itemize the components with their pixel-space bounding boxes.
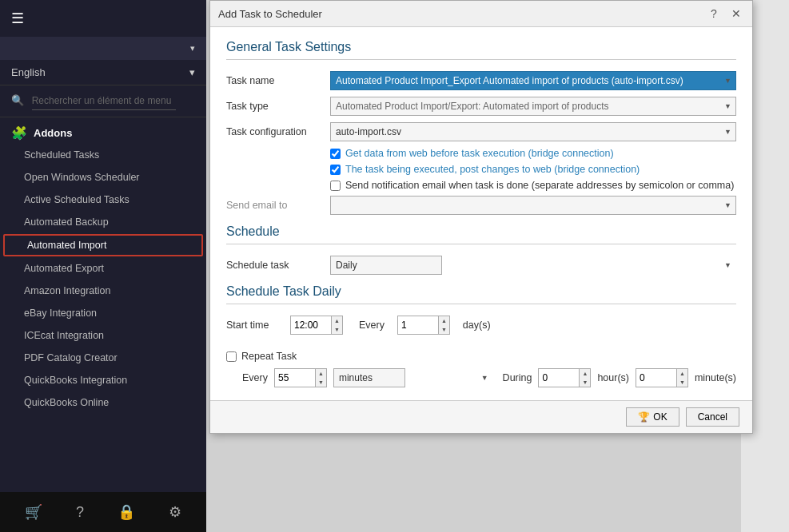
settings-icon[interactable]: ⚙ xyxy=(169,503,181,521)
sidebar-menu: Scheduled Tasks Open Windows Scheduler A… xyxy=(0,144,206,492)
ok-label: OK xyxy=(653,411,667,423)
every2-row: Every 55 ▲ ▼ minutes hours xyxy=(242,368,736,387)
addons-label: Addons xyxy=(34,127,72,139)
sidebar-item-automated-backup[interactable]: Automated Backup xyxy=(0,211,206,233)
sidebar-item-open-windows-scheduler[interactable]: Open Windows Scheduler xyxy=(0,166,206,189)
task-type-label: Task type xyxy=(226,101,330,112)
repeat-checkbox[interactable] xyxy=(226,351,237,362)
send-email-select[interactable] xyxy=(330,196,736,215)
schedule-task-label: Schedule task xyxy=(226,260,330,271)
every-up-button[interactable]: ▲ xyxy=(439,316,449,325)
schedule-task-select[interactable]: Daily Weekly Monthly Once xyxy=(330,256,442,275)
every2-label: Every xyxy=(242,372,268,383)
task-name-wrapper: Automated Product Import_Export Automate… xyxy=(330,71,736,90)
repeat-label: Repeat Task xyxy=(241,351,297,362)
every2-input[interactable]: 55 xyxy=(275,369,315,387)
sidebar-item-automated-import[interactable]: Automated Import xyxy=(3,234,203,256)
sidebar-language[interactable]: English ▾ xyxy=(0,60,206,85)
sidebar-item-automated-export[interactable]: Automated Export xyxy=(0,257,206,280)
checkbox2-row: The task being executed, post changes to… xyxy=(330,164,736,175)
dialog-close-button[interactable]: ✕ xyxy=(728,6,744,22)
every-down-button[interactable]: ▼ xyxy=(439,325,449,334)
sidebar-search: 🔍 xyxy=(0,85,206,117)
during-down-button[interactable]: ▼ xyxy=(580,378,590,387)
hours-up-button[interactable]: ▲ xyxy=(677,369,687,378)
task-config-wrapper: auto-import.csv xyxy=(330,122,736,141)
help-icon[interactable]: ? xyxy=(76,504,84,521)
during-up-button[interactable]: ▲ xyxy=(580,369,590,378)
sidebar-item-amazon-integration[interactable]: Amazon Integration xyxy=(0,280,206,302)
dialog-overlay: Add Task to Scheduler ? ✕ General Task S… xyxy=(206,0,789,532)
dialog-title: Add Task to Scheduler xyxy=(218,8,322,20)
sidebar-header: ☰ xyxy=(0,0,206,37)
every-spinner[interactable]: 1 ▲ ▼ xyxy=(397,316,450,335)
every-spinner-btns: ▲ ▼ xyxy=(438,316,449,334)
dialog-help-button[interactable]: ? xyxy=(706,6,722,22)
start-time-up-button[interactable]: ▲ xyxy=(332,316,342,325)
sidebar-addons-section: 🧩 Addons xyxy=(0,117,206,144)
task-name-label: Task name xyxy=(226,75,330,86)
start-time-spinner[interactable]: 12:00 ▲ ▼ xyxy=(290,316,343,335)
sidebar-item-active-scheduled-tasks[interactable]: Active Scheduled Tasks xyxy=(0,189,206,211)
checkbox2-label: The task being executed, post changes to… xyxy=(345,164,640,175)
cancel-button[interactable]: Cancel xyxy=(686,407,739,427)
send-email-row: Send email to xyxy=(226,196,736,215)
during-spinner[interactable]: 0 ▲ ▼ xyxy=(538,368,591,387)
task-config-row: Task configuration auto-import.csv xyxy=(226,122,736,141)
schedule-title: Schedule xyxy=(226,224,736,244)
cancel-label: Cancel xyxy=(698,411,727,423)
sidebar-item-quickbooks-online[interactable]: QuickBooks Online xyxy=(0,391,206,414)
sidebar-footer: 🛒 ? 🔒 ⚙ xyxy=(0,492,206,532)
minutes-select[interactable]: minutes hours xyxy=(333,368,405,387)
hours-label: hour(s) xyxy=(597,372,629,383)
hours-input[interactable]: 0 xyxy=(636,369,676,387)
checkbox3[interactable] xyxy=(330,181,341,191)
every2-spinner[interactable]: 55 ▲ ▼ xyxy=(274,368,327,387)
sidebar-item-pdf-catalog-creator[interactable]: PDF Catalog Creator xyxy=(0,347,206,369)
hours-spinner[interactable]: 0 ▲ ▼ xyxy=(636,368,688,387)
addons-icon: 🧩 xyxy=(11,125,27,141)
start-time-label: Start time xyxy=(226,320,282,331)
start-time-input[interactable]: 12:00 xyxy=(291,316,331,334)
lock-icon[interactable]: 🔒 xyxy=(118,503,135,521)
every2-up-button[interactable]: ▲ xyxy=(316,369,326,378)
repeat-row: Repeat Task xyxy=(226,351,736,362)
days-label: day(s) xyxy=(463,320,491,331)
hamburger-icon[interactable]: ☰ xyxy=(11,10,24,27)
task-type-row: Task type Automated Product Import/Expor… xyxy=(226,97,736,116)
checkbox1[interactable] xyxy=(330,149,341,159)
sidebar-item-quickbooks-integration[interactable]: QuickBooks Integration xyxy=(0,369,206,391)
dialog-controls: ? ✕ xyxy=(706,6,744,22)
task-name-select[interactable]: Automated Product Import_Export Automate… xyxy=(330,71,736,90)
dialog-titlebar: Add Task to Scheduler ? ✕ xyxy=(210,1,752,27)
hours-down-button[interactable]: ▼ xyxy=(677,378,687,387)
repeat-section: Repeat Task Every 55 ▲ ▼ xyxy=(226,351,736,387)
sidebar-item-scheduled-tasks[interactable]: Scheduled Tasks xyxy=(0,144,206,166)
task-config-label: Task configuration xyxy=(226,126,330,137)
checkbox1-row: Get data from web before task execution … xyxy=(330,148,736,159)
sidebar-item-ebay-integration[interactable]: eBay Integration xyxy=(0,302,206,324)
every-input[interactable]: 1 xyxy=(398,316,438,334)
dialog-body: General Task Settings Task name Automate… xyxy=(210,27,752,400)
sidebar-item-icecat-integration[interactable]: ICEcat Integration xyxy=(0,324,206,347)
cart-icon[interactable]: 🛒 xyxy=(25,503,42,521)
minutes2-label: minute(s) xyxy=(695,372,736,383)
every2-down-button[interactable]: ▼ xyxy=(316,378,326,387)
checkbox1-label: Get data from web before task execution … xyxy=(345,148,614,159)
hours-spinner-btns: ▲ ▼ xyxy=(676,369,687,387)
task-type-select[interactable]: Automated Product Import/Export: Automat… xyxy=(330,97,736,116)
search-input[interactable] xyxy=(32,92,176,110)
during-spinner-btns: ▲ ▼ xyxy=(579,369,590,387)
ok-button[interactable]: 🏆 OK xyxy=(626,407,679,427)
dialog-footer: 🏆 OK Cancel xyxy=(210,400,752,433)
during-input[interactable]: 0 xyxy=(539,369,579,387)
checkbox2[interactable] xyxy=(330,165,341,175)
start-time-spinner-btns: ▲ ▼ xyxy=(331,316,342,334)
task-config-select[interactable]: auto-import.csv xyxy=(330,122,736,141)
task-type-wrapper: Automated Product Import/Export: Automat… xyxy=(330,97,736,116)
minutes-select-wrapper: minutes hours xyxy=(333,368,493,387)
start-time-down-button[interactable]: ▼ xyxy=(332,325,342,334)
main-area: Add Task to Scheduler ? ✕ General Task S… xyxy=(206,0,789,532)
task-name-row: Task name Automated Product Import_Expor… xyxy=(226,71,736,90)
add-task-dialog: Add Task to Scheduler ? ✕ General Task S… xyxy=(209,0,753,434)
